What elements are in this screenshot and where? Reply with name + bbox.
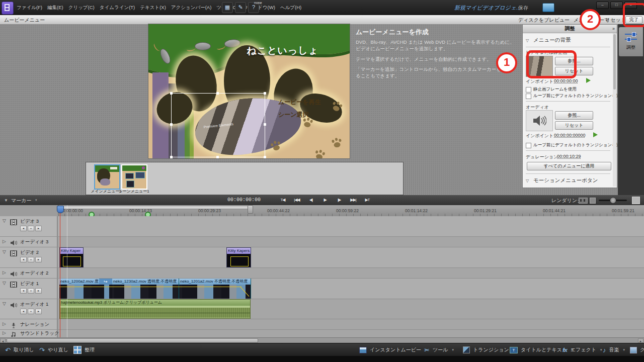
track-video3[interactable]: ▽ ビデオ 3 ◂ + ▸ <box>0 216 644 237</box>
selection-handle[interactable] <box>170 92 173 95</box>
section-motion-menu[interactable]: ▽ モーションメニューボタン <box>526 177 598 184</box>
add-keyframe-button[interactable]: + <box>28 288 34 294</box>
menu-file[interactable]: ファイル(F) <box>14 5 45 11</box>
zoom-in-icon[interactable] <box>632 197 640 204</box>
undo-button[interactable]: ↶ 取り消し <box>5 343 34 356</box>
clip-neko-1201a2[interactable]: neko_1201a2.mov 不透明度:不透明度 <box>179 279 251 299</box>
save-button[interactable]: 保存 <box>518 5 528 12</box>
clip-kitty-kapers[interactable]: Kitty Kapers <box>226 247 251 267</box>
checkbox-still-frame[interactable]: 静止画フレームを使用 <box>526 86 577 93</box>
next-keyframe-button[interactable]: ▸ <box>35 257 42 262</box>
checkbox-loop-transition-bg[interactable]: ループ前にデフォルトのトランジションを適用 <box>526 93 625 99</box>
zoom-out-icon[interactable] <box>590 198 596 204</box>
play-icon[interactable] <box>586 78 591 83</box>
expand-icon[interactable]: ▽ <box>3 218 6 223</box>
add-keyframe-button[interactable]: + <box>28 257 34 262</box>
play-button[interactable]: ▶ <box>318 196 332 204</box>
selection-handle[interactable] <box>264 123 266 126</box>
effects-button[interactable]: fx エフェクト ▾ <box>562 343 602 356</box>
film-view-icon[interactable] <box>579 198 588 204</box>
scrollbar-thumb[interactable] <box>7 338 258 343</box>
next-keyframe-button[interactable]: ▸ <box>35 309 42 314</box>
goto-in-button[interactable]: T◀ <box>276 196 290 204</box>
collapse-icon[interactable]: » <box>612 25 615 33</box>
transition-clip[interactable]: ↪ <box>99 279 112 299</box>
menu-timeline[interactable]: タイムライン(T) <box>97 5 137 11</box>
selection-handle[interactable] <box>170 156 173 158</box>
dvd-menu-preview[interactable]: Premiere Elements ねこといっしょ ムービーを再生 シーン選択 <box>148 24 350 158</box>
minimize-button[interactable]: – <box>596 2 609 9</box>
preview-disc-button[interactable]: ディスクをプレビュー <box>518 17 570 24</box>
menu-actionbar[interactable]: アクションバー(A) <box>169 5 214 11</box>
expand-icon[interactable]: ▷ <box>3 330 6 335</box>
music-button[interactable]: ♪ 音楽 ▾ <box>603 343 625 356</box>
main-menu-thumbnail[interactable] <box>94 164 120 190</box>
panel-scrollbar[interactable] <box>613 33 616 187</box>
transitions-button[interactable]: トランジション ▾ <box>463 343 515 356</box>
next-keyframe-button[interactable]: ▸ <box>35 226 42 231</box>
menu-clip[interactable]: クリップ(C) <box>66 5 97 11</box>
work-area-handle[interactable] <box>248 205 253 214</box>
selection-rect[interactable] <box>171 93 265 157</box>
selection-handle[interactable] <box>216 156 219 158</box>
audio-inpoint-value[interactable]: 00:00:00:00000 <box>554 133 586 138</box>
expand-icon[interactable]: ▽ <box>3 281 6 286</box>
selection-handle[interactable] <box>216 92 219 95</box>
checkbox-icon[interactable] <box>526 87 531 93</box>
track-audio2[interactable]: ▷ オーディオ 2 <box>0 268 644 279</box>
expand-icon[interactable]: ▷ <box>3 239 6 244</box>
marker-label[interactable]: マーカー <box>11 197 31 204</box>
menu-text[interactable]: テキスト(X) <box>137 5 169 11</box>
step-back-button[interactable]: ◀| <box>304 196 318 204</box>
next-keyframe-button[interactable]: ▸ <box>35 288 42 294</box>
time-ruler[interactable]: 00:00:00:00 00:00:14:23 00:00:29:23 00:0… <box>0 205 644 217</box>
checkbox-loop-transition-audio[interactable]: ループ前にデフォルトのトランジションを適用 <box>526 142 625 148</box>
play-icon[interactable] <box>593 132 598 137</box>
track-video1[interactable]: ▽ ビデオ 1 ◂ + ▸ neko_1200a2.mov 度 ↪ neko_1… <box>0 279 644 299</box>
next-clip-button[interactable]: ▶▶| <box>346 196 360 204</box>
apply-all-menus-button[interactable]: すべてのメニューに適用 <box>527 162 611 170</box>
audio-browse-button[interactable]: 参照... <box>555 111 593 120</box>
step-forward-button[interactable]: |▶ <box>332 196 346 204</box>
audio-reset-button[interactable]: リセット <box>555 121 593 130</box>
scene-menu-thumbnail[interactable] <box>121 164 147 190</box>
triangle-down-icon[interactable]: ▼ <box>4 198 8 203</box>
checkbox-icon[interactable] <box>526 94 531 99</box>
prev-keyframe-button[interactable]: ◂ <box>20 309 27 314</box>
restore-button[interactable]: □ <box>610 2 623 9</box>
expand-icon[interactable]: ▷ <box>3 270 6 275</box>
prev-keyframe-button[interactable]: ◂ <box>20 257 27 262</box>
menu-edit[interactable]: 編集(E) <box>45 5 66 11</box>
section-menu-background[interactable]: ▽ メニューの背景 <box>526 37 571 44</box>
clip-neko-1230a2[interactable]: neko_1230a2.mov 透明度:不透明度 <box>112 279 179 299</box>
opacity-rubber-band[interactable] <box>59 287 242 287</box>
monitor-icon[interactable] <box>542 3 554 12</box>
track-soundtrack[interactable]: ▷ サウンドトラック <box>0 330 644 337</box>
track-video2[interactable]: ▽ ビデオ 2 ◂ + ▸ Kitty Kaper Kitty Kapers <box>0 247 644 268</box>
palette-icon[interactable]: ▦ <box>222 2 233 13</box>
menu-item-play[interactable]: ムービーを再生 <box>278 98 321 107</box>
rendering-button[interactable]: レンダリング <box>551 197 582 204</box>
selection-handle[interactable] <box>264 156 266 158</box>
clip-kitty-kaper[interactable]: Kitty Kaper <box>59 247 84 267</box>
checkbox-icon[interactable] <box>526 143 531 148</box>
redo-button[interactable]: ↷ やり直し <box>39 343 68 356</box>
organize-button[interactable]: 整理 <box>73 343 95 356</box>
track-audio1[interactable]: ▽ オーディオ 1 ◂ + ▸ hajimetenootsukai.mp3 ボリ… <box>0 299 644 319</box>
expand-icon[interactable]: ▽ <box>3 249 6 254</box>
cti-handle[interactable] <box>57 206 64 213</box>
clip-neko-1200a2[interactable]: neko_1200a2.mov 度 <box>59 279 100 299</box>
selection-handle[interactable] <box>264 92 266 95</box>
prev-clip-button[interactable]: |◀◀ <box>290 196 304 204</box>
add-keyframe-button[interactable]: + <box>28 226 34 231</box>
clip-audio-mp3[interactable]: hajimetenootsukai.mp3 ボリューム:クリップボリューム <box>59 299 251 319</box>
current-time-indicator[interactable] <box>60 207 60 337</box>
pen-icon[interactable]: ✎ <box>235 2 246 13</box>
add-keyframe-button[interactable]: + <box>28 309 34 314</box>
work-area-bar[interactable] <box>59 206 251 209</box>
goto-out-button[interactable]: ▶T <box>360 196 374 204</box>
selection-handle[interactable] <box>170 123 173 126</box>
duration-value[interactable]: 00:00:10:29 <box>557 154 581 159</box>
track-audio3[interactable]: ▷ オーディオ 3 <box>0 237 644 247</box>
zoom-slider-thumb[interactable] <box>610 197 616 204</box>
